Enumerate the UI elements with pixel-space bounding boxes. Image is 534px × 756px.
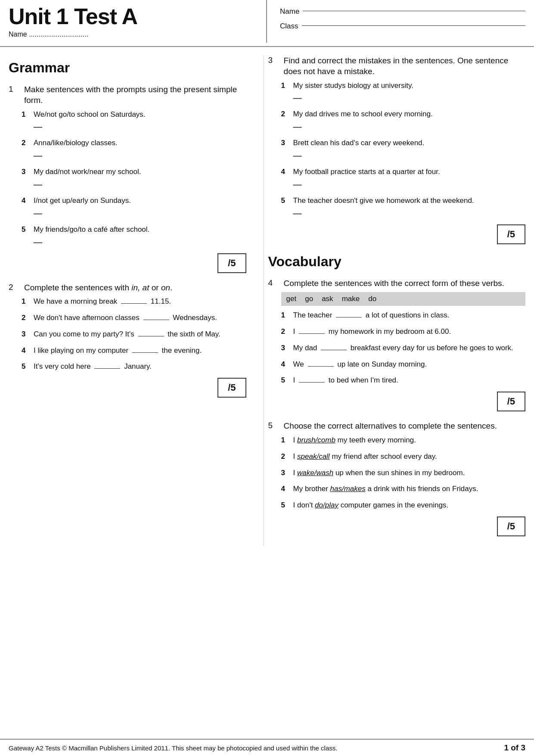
q4-sub-questions: get go ask make do 1 The teacher a lot o… [281, 292, 525, 386]
q4-item-1-text: The teacher a lot of questions in class. [293, 310, 450, 320]
q2-instruction: Complete the sentences with in, at or on… [24, 283, 172, 293]
q5-number: 5 [268, 421, 277, 432]
q1-item-1-text: We/not go/to school on Saturdays. [34, 109, 146, 120]
q3-score: /5 [497, 224, 525, 244]
q3-item-3-blank: — [293, 151, 525, 161]
q5-item-3-num: 3 [281, 468, 289, 478]
q1-item-5: 5 My friends/go/to a café after school. … [22, 224, 246, 247]
q4-item-2-text: I my homework in my bedroom at 6.00. [293, 327, 451, 337]
q1-item-1-blank: — [34, 122, 246, 132]
q1-item-1-num: 1 [22, 109, 29, 120]
footer-page: 1 of 3 [504, 743, 525, 753]
q5-sub-questions: 1 I brush/comb my teeth every morning. 2… [281, 435, 525, 510]
question-5-block: 5 Choose the correct alternatives to com… [268, 421, 525, 536]
q1-score-box: /5 [9, 253, 246, 273]
question-2-header: 2 Complete the sentences with in, at or … [9, 283, 246, 293]
page-footer: Gateway A2 Tests © Macmillan Publishers … [0, 739, 534, 756]
name-label: Name [280, 4, 299, 19]
q3-item-3-text: Brett clean his dad's car every weekend. [293, 138, 425, 148]
q4-item-3-text: My dad breakfast every day for us before… [293, 343, 513, 353]
q1-score: /5 [217, 253, 246, 273]
name-dots [303, 11, 525, 11]
q4-item-2: 2 I my homework in my bedroom at 6.00. [281, 327, 525, 337]
q4-score-box: /5 [268, 392, 525, 411]
q1-item-5-text: My friends/go/to a café after school. [34, 224, 149, 235]
q3-item-2-text: My dad drives me to school every morning… [293, 109, 433, 119]
q4-item-1: 1 The teacher a lot of questions in clas… [281, 310, 525, 320]
question-5-header: 5 Choose the correct alternatives to com… [268, 421, 525, 432]
q2-item-5-text: It's very cold here January. [34, 361, 152, 372]
q1-item-2-num: 2 [22, 138, 29, 148]
verb-list: get go ask make do [281, 292, 525, 306]
q2-item-3-text: Can you come to my party? It's the sixth… [34, 329, 220, 339]
q3-item-5-num: 5 [281, 196, 289, 206]
question-1-block: 1 Make sentences with the prompts using … [9, 84, 246, 273]
q2-number: 2 [9, 283, 17, 293]
q1-item-2: 2 Anna/like/biology classes. — [22, 138, 246, 161]
q1-item-3: 3 My dad/not work/near my school. — [22, 167, 246, 190]
q1-item-3-num: 3 [22, 167, 29, 177]
q4-item-2-num: 2 [281, 327, 289, 337]
q5-instruction: Choose the correct alternatives to compl… [284, 421, 497, 432]
class-label: Class [280, 19, 298, 34]
q2-item-4-num: 4 [22, 345, 29, 356]
q2-item-2-text: We don't have afternoon classes Wednesda… [34, 313, 217, 323]
question-1-header: 1 Make sentences with the prompts using … [9, 84, 246, 106]
q2-item-4-text: I like playing on my computer the evenin… [34, 345, 202, 356]
q4-score: /5 [497, 392, 525, 411]
question-4-block: 4 Complete the sentences with the correc… [268, 278, 525, 412]
q3-sub-questions: 1 My sister studys biology at university… [281, 81, 525, 218]
q2-score: /5 [217, 378, 246, 398]
q3-item-1-num: 1 [281, 81, 289, 91]
header-left: Unit 1 Test A Name .....................… [0, 0, 267, 43]
q5-item-1-text: I brush/comb my teeth every morning. [293, 435, 416, 445]
q4-item-4-text: We up late on Sunday morning. [293, 359, 427, 370]
q1-sub-questions: 1 We/not go/to school on Saturdays. — 2 … [22, 109, 246, 247]
question-2-block: 2 Complete the sentences with in, at or … [9, 283, 246, 398]
q4-item-5-text: I to bed when I'm tired. [293, 375, 398, 386]
q3-item-2-num: 2 [281, 109, 289, 119]
q3-item-2-blank: — [293, 122, 525, 132]
q3-item-4-num: 4 [281, 167, 289, 177]
question-3-header: 3 Find and correct the mistakes in the s… [268, 56, 525, 77]
q1-item-3-blank: — [34, 180, 246, 190]
q2-item-3: 3 Can you come to my party? It's the six… [22, 329, 246, 339]
q1-instruction: Make sentences with the prompts using th… [24, 84, 246, 106]
q4-number: 4 [268, 278, 277, 289]
q4-item-5: 5 I to bed when I'm tired. [281, 375, 525, 386]
verb-ask: ask [322, 295, 333, 303]
q2-item-1-text: We have a morning break 11.15. [34, 296, 171, 307]
q3-number: 3 [268, 56, 277, 77]
q2-item-5: 5 It's very cold here January. [22, 361, 246, 372]
verb-get: get [286, 295, 297, 303]
q2-item-5-num: 5 [22, 361, 29, 372]
q5-item-3-text: I wake/wash up when the sun shines in my… [293, 468, 465, 478]
q3-item-1-blank: — [293, 93, 525, 103]
q5-item-5-text: I don't do/play computer games in the ev… [293, 500, 449, 510]
q3-item-4: 4 My football practice starts at a quart… [281, 167, 525, 190]
right-column: 3 Find and correct the mistakes in the s… [264, 56, 525, 546]
q1-item-4: 4 I/not get up/early on Sundays. — [22, 196, 246, 218]
q5-item-4-num: 4 [281, 484, 289, 494]
q3-item-2: 2 My dad drives me to school every morni… [281, 109, 525, 132]
q2-score-box: /5 [9, 378, 246, 398]
main-content: Grammar 1 Make sentences with the prompt… [0, 47, 534, 550]
q5-score: /5 [497, 516, 525, 536]
vocabulary-section-title: Vocabulary [268, 254, 525, 270]
q1-item-2-text: Anna/like/biology classes. [34, 138, 118, 148]
unit-title: Unit 1 Test A [9, 4, 258, 29]
q1-number: 1 [9, 84, 17, 106]
q2-item-1: 1 We have a morning break 11.15. [22, 296, 246, 307]
q5-item-2-text: I speak/call my friend after school ever… [293, 451, 437, 462]
q5-item-1-num: 1 [281, 435, 289, 445]
q3-item-5-text: The teacher doesn't give we homework at … [293, 196, 474, 206]
q5-item-4: 4 My brother has/makes a drink with his … [281, 484, 525, 494]
q3-item-5-blank: — [293, 208, 525, 218]
q3-item-3-num: 3 [281, 138, 289, 148]
q3-item-5: 5 The teacher doesn't give we homework a… [281, 196, 525, 218]
q4-instruction: Complete the sentences with the correct … [284, 278, 504, 289]
q1-item-1: 1 We/not go/to school on Saturdays. — [22, 109, 246, 132]
q4-item-4: 4 We up late on Sunday morning. [281, 359, 525, 370]
q3-item-1: 1 My sister studys biology at university… [281, 81, 525, 103]
q5-item-5: 5 I don't do/play computer games in the … [281, 500, 525, 510]
